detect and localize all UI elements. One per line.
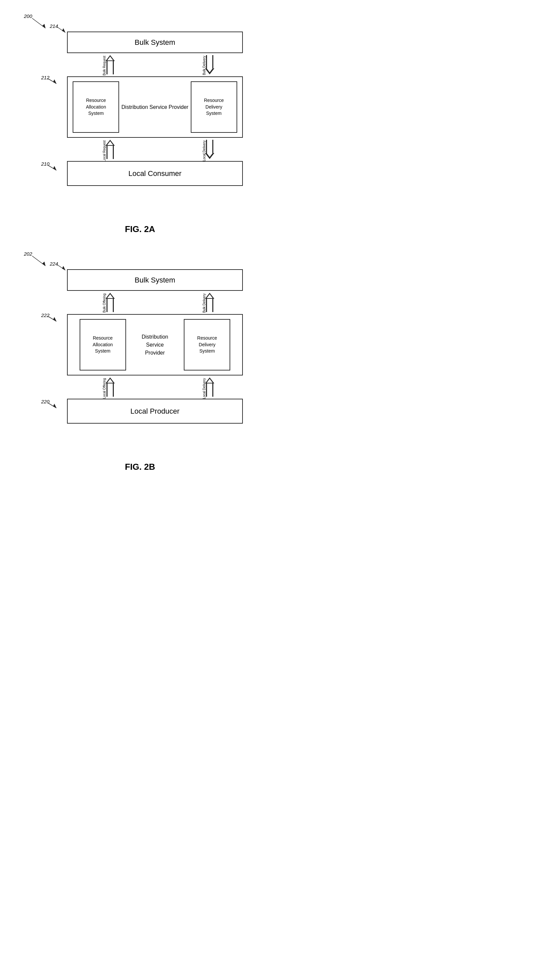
fig2b-local-off-arrow-wrap: Local Offering: [102, 376, 118, 399]
fig2a-rds-label: ResourceDeliverySystem: [204, 97, 224, 117]
fig2a-main-ref-arrow: [30, 17, 50, 30]
fig2a-local-del-shaft: [206, 140, 213, 153]
fig2a-ras-label: ResourceAllocationSystem: [86, 97, 106, 117]
fig2b-ras-box: ResourceAllocationSystem: [80, 319, 126, 371]
fig2b-local-del-arrow-wrap: Local Delivery: [202, 376, 218, 399]
fig2a-dsp-label: Distribution Service Provider: [122, 103, 188, 111]
fig2b-bulk-ref-arrow: [55, 263, 69, 273]
fig2a-bulk-del-shaft: [206, 55, 213, 68]
fig2b-bulk-del-arrowhead: [205, 293, 214, 299]
svg-marker-13: [53, 317, 57, 321]
svg-marker-5: [53, 79, 57, 83]
fig2b-bulk-del-shaft: [206, 299, 213, 312]
fig2b-bulk-off-arrowhead: [105, 293, 115, 299]
fig2a-local-req-arrowhead: [105, 140, 115, 146]
fig2a-dsp-ref-arrow: [47, 77, 60, 86]
fig2b-local-off-arrowhead: [105, 377, 115, 384]
fig2a-local-del-arrowhead: [205, 153, 214, 159]
fig2a-rds-box: ResourceDeliverySystem: [191, 81, 237, 133]
svg-marker-11: [62, 266, 65, 270]
fig2b-bulk-off-shaft: [107, 299, 114, 312]
fig2b-local-del-label: Local Delivery: [202, 378, 206, 399]
fig2b-producer-ref-arrow: [47, 401, 60, 411]
fig2a-consumer-ref-arrow: [47, 164, 60, 173]
fig2a-bulk-ref-arrow: [55, 25, 69, 35]
fig2a-consumer-label: Local Consumer: [128, 169, 182, 178]
fig2a-bulk-box: Bulk System: [67, 32, 243, 53]
fig2a-bulk-label: Bulk System: [135, 38, 175, 47]
fig2a-bulk-del-label: Bulk Delivery: [202, 56, 206, 75]
svg-marker-3: [62, 28, 65, 33]
fig2b-ras-label: ResourceAllocationSystem: [93, 335, 113, 354]
fig2b-local-del-shaft: [206, 384, 213, 397]
fig2a-bulk-req-arrowhead: [105, 55, 115, 61]
svg-marker-1: [42, 24, 45, 28]
fig2b-local-del-arrowhead: [205, 377, 214, 384]
fig2a-local-del-label: Local Delivery: [202, 140, 206, 161]
fig2a-caption: FIG. 2A: [24, 224, 256, 234]
svg-marker-9: [42, 262, 45, 266]
fig2a-local-req-arrow-wrap: Local Request: [102, 138, 118, 161]
fig2b-caption: FIG. 2B: [24, 462, 256, 472]
fig2b-dsp-outer: ResourceAllocationSystem DistributionSer…: [67, 314, 243, 376]
fig2a-bulk-del-arrowhead: [205, 68, 214, 74]
fig2a-local-req-shaft: [107, 146, 114, 159]
fig2b-local-off-shaft: [107, 384, 114, 397]
fig2b-producer-label: Local Producer: [130, 407, 180, 416]
fig2b-dsp-label: DistributionServiceProvider: [142, 333, 168, 357]
fig2b-main-ref-arrow: [30, 254, 50, 267]
fig2a-ras-box: ResourceAllocationSystem: [73, 81, 119, 133]
fig2b-bulk-label: Bulk System: [135, 276, 175, 284]
fig2b-bulk-off-arrow-wrap: Bulk Offering: [102, 291, 118, 314]
fig2b-producer-box: Local Producer: [67, 399, 243, 424]
fig2b-local-off-label: Local Offering: [103, 378, 106, 399]
svg-marker-7: [53, 166, 57, 170]
fig2b-rds-label: ResourceDeliverySystem: [197, 335, 217, 354]
fig2b-bulk-del-label: Bulk Delivery: [202, 294, 206, 313]
fig2a-local-req-label: Local Request: [103, 140, 106, 162]
fig2a-bulk-req-shaft: [107, 61, 114, 74]
fig2b-rds-box: ResourceDeliverySystem: [184, 319, 230, 371]
fig2a-bulk-request-arrow-wrap: Bulk Request: [102, 53, 118, 76]
fig2b-dsp-ref-arrow: [47, 315, 60, 324]
fig2b-bulk-off-label: Bulk Offering: [103, 294, 106, 313]
fig2b-bulk-box: Bulk System: [67, 269, 243, 291]
fig2a-consumer-box: Local Consumer: [67, 161, 243, 186]
fig2b-bulk-del-arrow-wrap: Bulk Delivery: [202, 291, 218, 314]
fig2a-bulk-req-label: Bulk Request: [103, 56, 106, 75]
svg-marker-15: [53, 404, 57, 408]
fig2a-dsp-outer: ResourceAllocationSystem Distribution Se…: [67, 76, 243, 138]
fig2a-local-del-arrow-wrap: Local Delivery: [202, 138, 218, 161]
fig2a-bulk-delivery-arrow-wrap: Bulk Delivery: [202, 53, 218, 76]
